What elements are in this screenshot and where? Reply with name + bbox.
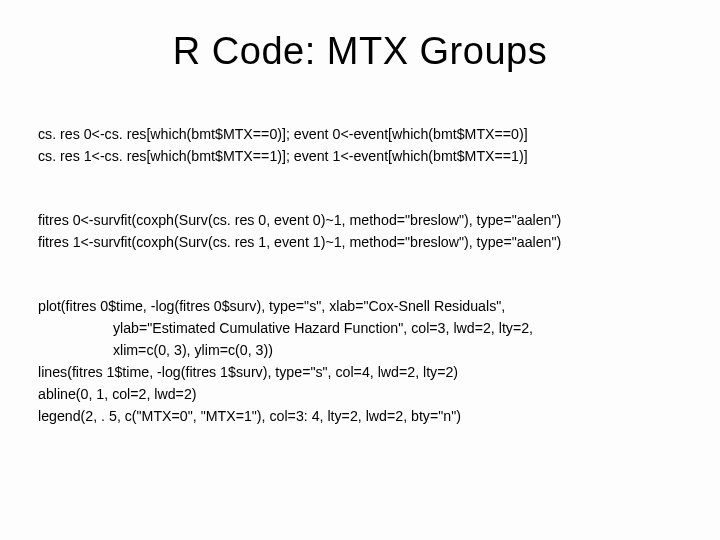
- slide-title: R Code: MTX Groups: [38, 30, 682, 73]
- code-line: abline(0, 1, col=2, lwd=2): [38, 386, 197, 402]
- code-line: fitres 1<-survfit(coxph(Surv(cs. res 1, …: [38, 234, 561, 250]
- code-line: xlim=c(0, 3), ylim=c(0, 3)): [38, 342, 273, 358]
- code-block-3: plot(fitres 0$time, -log(fitres 0$surv),…: [38, 273, 682, 427]
- code-line: cs. res 1<-cs. res[which(bmt$MTX==1)]; e…: [38, 148, 528, 164]
- code-line: lines(fitres 1$time, -log(fitres 1$surv)…: [38, 364, 458, 380]
- slide: R Code: MTX Groups cs. res 0<-cs. res[wh…: [0, 0, 720, 540]
- code-line: legend(2, . 5, c("MTX=0", "MTX=1"), col=…: [38, 408, 461, 424]
- code-block-2: fitres 0<-survfit(coxph(Surv(cs. res 0, …: [38, 187, 682, 253]
- code-line: cs. res 0<-cs. res[which(bmt$MTX==0)]; e…: [38, 126, 528, 142]
- code-line: plot(fitres 0$time, -log(fitres 0$surv),…: [38, 298, 505, 314]
- code-line: ylab="Estimated Cumulative Hazard Functi…: [38, 320, 533, 336]
- code-line: fitres 0<-survfit(coxph(Surv(cs. res 0, …: [38, 212, 561, 228]
- code-block-1: cs. res 0<-cs. res[which(bmt$MTX==0)]; e…: [38, 101, 682, 167]
